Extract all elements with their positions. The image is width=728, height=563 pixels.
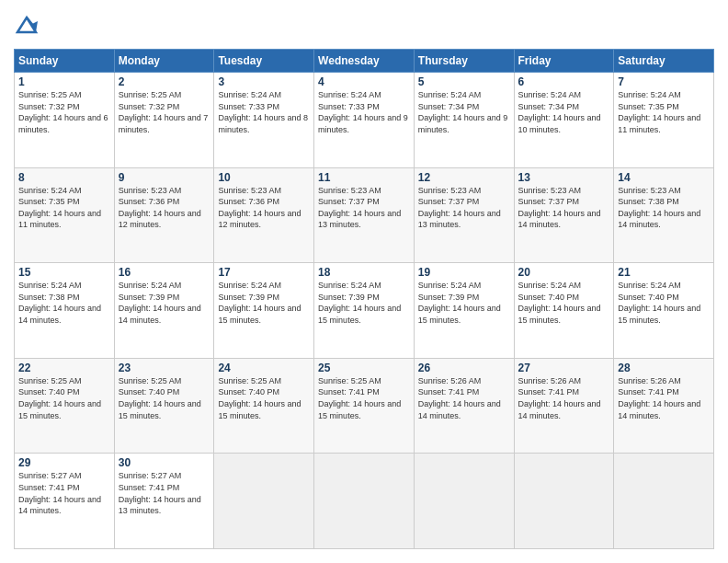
day-info: Sunrise: 5:24 AMSunset: 7:33 PMDaylight:… [218, 89, 310, 135]
weekday-wednesday: Wednesday [314, 50, 415, 73]
day-cell: 16 Sunrise: 5:24 AMSunset: 7:39 PMDaylig… [114, 263, 214, 359]
day-cell: 28 Sunrise: 5:26 AMSunset: 7:41 PMDaylig… [614, 358, 714, 454]
day-cell: 11 Sunrise: 5:23 AMSunset: 7:37 PMDaylig… [314, 167, 415, 263]
calendar-body: 1 Sunrise: 5:25 AMSunset: 7:32 PMDayligh… [15, 73, 714, 549]
day-number: 6 [518, 75, 610, 88]
header [14, 14, 714, 40]
week-row-3: 15 Sunrise: 5:24 AMSunset: 7:38 PMDaylig… [15, 263, 714, 359]
day-info: Sunrise: 5:24 AMSunset: 7:35 PMDaylight:… [618, 89, 710, 135]
day-info: Sunrise: 5:24 AMSunset: 7:40 PMDaylight:… [618, 280, 710, 326]
weekday-sunday: Sunday [15, 50, 115, 73]
week-row-4: 22 Sunrise: 5:25 AMSunset: 7:40 PMDaylig… [15, 358, 714, 454]
day-number: 12 [418, 171, 510, 184]
day-info: Sunrise: 5:26 AMSunset: 7:41 PMDaylight:… [418, 375, 510, 421]
day-info: Sunrise: 5:23 AMSunset: 7:37 PMDaylight:… [318, 185, 410, 231]
weekday-saturday: Saturday [614, 50, 714, 73]
day-number: 2 [119, 75, 210, 88]
day-number: 24 [218, 362, 310, 374]
day-cell [414, 454, 514, 549]
week-row-1: 1 Sunrise: 5:25 AMSunset: 7:32 PMDayligh… [15, 73, 714, 168]
day-cell: 10 Sunrise: 5:23 AMSunset: 7:36 PMDaylig… [214, 167, 314, 263]
day-info: Sunrise: 5:27 AMSunset: 7:41 PMDaylight:… [18, 470, 110, 516]
day-info: Sunrise: 5:24 AMSunset: 7:34 PMDaylight:… [418, 89, 510, 135]
day-info: Sunrise: 5:24 AMSunset: 7:33 PMDaylight:… [318, 89, 410, 135]
day-number: 13 [518, 171, 610, 184]
calendar: SundayMondayTuesdayWednesdayThursdayFrid… [14, 49, 714, 549]
day-cell: 30 Sunrise: 5:27 AMSunset: 7:41 PMDaylig… [114, 454, 214, 549]
day-info: Sunrise: 5:27 AMSunset: 7:41 PMDaylight:… [119, 470, 210, 516]
day-cell [514, 454, 614, 549]
day-number: 1 [18, 75, 110, 88]
day-number: 26 [418, 362, 510, 374]
day-number: 23 [119, 362, 210, 374]
day-info: Sunrise: 5:23 AMSunset: 7:36 PMDaylight:… [218, 185, 310, 231]
day-cell: 25 Sunrise: 5:25 AMSunset: 7:41 PMDaylig… [314, 358, 415, 454]
day-info: Sunrise: 5:24 AMSunset: 7:35 PMDaylight:… [18, 185, 110, 231]
day-cell: 23 Sunrise: 5:25 AMSunset: 7:40 PMDaylig… [114, 358, 214, 454]
day-number: 29 [18, 456, 110, 469]
day-cell: 26 Sunrise: 5:26 AMSunset: 7:41 PMDaylig… [414, 358, 514, 454]
day-number: 20 [518, 266, 610, 279]
day-info: Sunrise: 5:25 AMSunset: 7:32 PMDaylight:… [18, 89, 110, 135]
day-info: Sunrise: 5:24 AMSunset: 7:39 PMDaylight:… [418, 280, 510, 326]
logo-icon [14, 14, 40, 40]
day-cell: 13 Sunrise: 5:23 AMSunset: 7:37 PMDaylig… [514, 167, 614, 263]
day-info: Sunrise: 5:24 AMSunset: 7:39 PMDaylight:… [318, 280, 410, 326]
day-number: 4 [318, 75, 410, 88]
day-cell [314, 454, 415, 549]
day-info: Sunrise: 5:26 AMSunset: 7:41 PMDaylight:… [518, 375, 610, 421]
day-cell: 3 Sunrise: 5:24 AMSunset: 7:33 PMDayligh… [214, 73, 314, 168]
day-cell: 6 Sunrise: 5:24 AMSunset: 7:34 PMDayligh… [514, 73, 614, 168]
day-number: 3 [218, 75, 310, 88]
day-info: Sunrise: 5:23 AMSunset: 7:36 PMDaylight:… [119, 185, 210, 231]
day-cell: 21 Sunrise: 5:24 AMSunset: 7:40 PMDaylig… [614, 263, 714, 359]
day-number: 19 [418, 266, 510, 279]
day-cell: 4 Sunrise: 5:24 AMSunset: 7:33 PMDayligh… [314, 73, 415, 168]
day-number: 16 [119, 266, 210, 279]
day-number: 25 [318, 362, 410, 374]
day-number: 17 [218, 266, 310, 279]
day-cell: 29 Sunrise: 5:27 AMSunset: 7:41 PMDaylig… [15, 454, 115, 549]
day-number: 5 [418, 75, 510, 88]
day-info: Sunrise: 5:23 AMSunset: 7:37 PMDaylight:… [518, 185, 610, 231]
day-cell: 27 Sunrise: 5:26 AMSunset: 7:41 PMDaylig… [514, 358, 614, 454]
day-cell: 2 Sunrise: 5:25 AMSunset: 7:32 PMDayligh… [114, 73, 214, 168]
day-number: 14 [618, 171, 710, 184]
day-number: 21 [618, 266, 710, 279]
day-info: Sunrise: 5:24 AMSunset: 7:34 PMDaylight:… [518, 89, 610, 135]
day-cell: 8 Sunrise: 5:24 AMSunset: 7:35 PMDayligh… [15, 167, 115, 263]
page: SundayMondayTuesdayWednesdayThursdayFrid… [0, 0, 728, 563]
day-number: 11 [318, 171, 410, 184]
weekday-tuesday: Tuesday [214, 50, 314, 73]
day-cell [214, 454, 314, 549]
day-cell: 24 Sunrise: 5:25 AMSunset: 7:40 PMDaylig… [214, 358, 314, 454]
day-info: Sunrise: 5:23 AMSunset: 7:38 PMDaylight:… [618, 185, 710, 231]
day-number: 22 [18, 362, 110, 374]
day-cell: 1 Sunrise: 5:25 AMSunset: 7:32 PMDayligh… [15, 73, 115, 168]
day-cell: 7 Sunrise: 5:24 AMSunset: 7:35 PMDayligh… [614, 73, 714, 168]
day-cell: 17 Sunrise: 5:24 AMSunset: 7:39 PMDaylig… [214, 263, 314, 359]
day-info: Sunrise: 5:24 AMSunset: 7:39 PMDaylight:… [218, 280, 310, 326]
day-cell: 14 Sunrise: 5:23 AMSunset: 7:38 PMDaylig… [614, 167, 714, 263]
day-number: 30 [119, 456, 210, 469]
day-info: Sunrise: 5:25 AMSunset: 7:40 PMDaylight:… [18, 375, 110, 421]
weekday-thursday: Thursday [414, 50, 514, 73]
day-number: 27 [518, 362, 610, 374]
day-number: 9 [119, 171, 210, 184]
weekday-friday: Friday [514, 50, 614, 73]
weekday-monday: Monday [114, 50, 214, 73]
day-info: Sunrise: 5:24 AMSunset: 7:39 PMDaylight:… [119, 280, 210, 326]
weekday-header-row: SundayMondayTuesdayWednesdayThursdayFrid… [15, 50, 714, 73]
day-cell: 18 Sunrise: 5:24 AMSunset: 7:39 PMDaylig… [314, 263, 415, 359]
day-cell: 22 Sunrise: 5:25 AMSunset: 7:40 PMDaylig… [15, 358, 115, 454]
day-number: 10 [218, 171, 310, 184]
day-cell: 19 Sunrise: 5:24 AMSunset: 7:39 PMDaylig… [414, 263, 514, 359]
day-info: Sunrise: 5:23 AMSunset: 7:37 PMDaylight:… [418, 185, 510, 231]
day-info: Sunrise: 5:24 AMSunset: 7:38 PMDaylight:… [18, 280, 110, 326]
day-cell: 15 Sunrise: 5:24 AMSunset: 7:38 PMDaylig… [15, 263, 115, 359]
day-info: Sunrise: 5:25 AMSunset: 7:32 PMDaylight:… [119, 89, 210, 135]
day-info: Sunrise: 5:24 AMSunset: 7:40 PMDaylight:… [518, 280, 610, 326]
day-number: 18 [318, 266, 410, 279]
day-info: Sunrise: 5:25 AMSunset: 7:41 PMDaylight:… [318, 375, 410, 421]
week-row-5: 29 Sunrise: 5:27 AMSunset: 7:41 PMDaylig… [15, 454, 714, 549]
